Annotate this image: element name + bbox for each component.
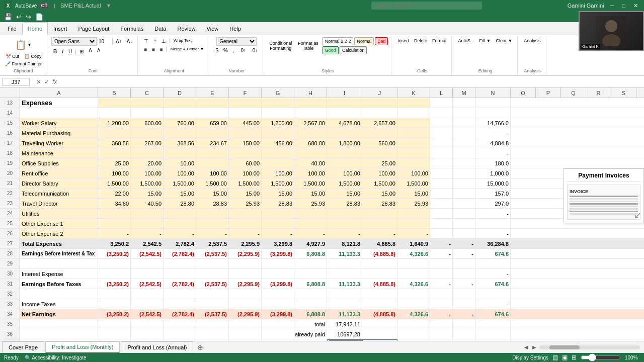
cell-25-K[interactable]	[397, 219, 430, 228]
cell-21-G[interactable]: 1,500.00	[262, 178, 294, 188]
col-header-R[interactable]: Q	[561, 88, 586, 98]
cell-34-A[interactable]: Net Earnings	[20, 309, 98, 319]
cell-29-G[interactable]	[262, 259, 294, 268]
col-header-H[interactable]: H	[294, 88, 327, 98]
format-as-table-button[interactable]: Format asTable	[296, 40, 320, 52]
cell-14-M[interactable]	[453, 108, 475, 118]
cell-19-L[interactable]	[430, 158, 453, 168]
cell-32-J[interactable]	[362, 289, 397, 299]
cell-31-H[interactable]: 6,808.8	[294, 279, 327, 289]
cell-31-J[interactable]: (4,885.8)	[362, 279, 397, 289]
cell-19-F[interactable]: 60.00	[229, 158, 262, 168]
cell-36-N[interactable]	[475, 329, 511, 339]
cell-30-L[interactable]	[430, 269, 453, 279]
cell-15-A[interactable]: Worker Salary	[20, 118, 98, 128]
cell-30-H[interactable]	[294, 269, 327, 279]
cell-32-C[interactable]	[131, 289, 164, 299]
cell-18-L[interactable]	[430, 148, 453, 158]
cell-27-K[interactable]: 1,640.9	[397, 239, 430, 248]
copy-button[interactable]: 📋 Copy	[22, 53, 44, 60]
cell-28-J[interactable]: (4,885.8)	[362, 249, 397, 258]
cell-22-A[interactable]: Telecommunication	[20, 189, 98, 198]
cell-33-H[interactable]	[294, 299, 327, 309]
cell-17-K[interactable]	[397, 138, 430, 148]
cell-24-D[interactable]	[164, 209, 196, 218]
new-button[interactable]: 📄	[34, 13, 44, 21]
cell-33-A[interactable]: Income Taxes	[20, 299, 98, 309]
number-format-select[interactable]: General	[216, 37, 257, 46]
cell-30-I[interactable]	[327, 269, 362, 279]
cell-20-M[interactable]	[453, 168, 475, 178]
tab-home[interactable]: Home	[22, 22, 48, 35]
cell-22-C[interactable]: 15.00	[131, 189, 164, 198]
col-header-M[interactable]: M	[453, 88, 475, 98]
cell-29-H[interactable]	[294, 259, 327, 268]
cell-33-K[interactable]	[397, 299, 430, 309]
cell-28-F[interactable]: (2,295.9)	[229, 249, 262, 258]
scrollbar-thumb[interactable]	[549, 345, 580, 349]
save-button[interactable]: 💾	[3, 13, 13, 21]
normal-style-button[interactable]: Normal 2 2 2	[323, 37, 354, 45]
cell-26-F[interactable]: -	[229, 229, 262, 238]
percent-button[interactable]: %	[221, 47, 230, 54]
cell-22-F[interactable]: 15.00	[229, 189, 262, 198]
formula-input[interactable]	[59, 78, 642, 85]
cell-28-K[interactable]: 4,326.6	[397, 249, 430, 258]
cell-23-C[interactable]: 40.50	[131, 199, 164, 208]
cell-36-H[interactable]: already paid	[294, 329, 327, 339]
close-icon[interactable]: ✕	[631, 3, 640, 9]
cell-26-I[interactable]: -	[327, 229, 362, 238]
cell-19-I[interactable]	[327, 158, 362, 168]
cell-26-A[interactable]: Other Expense 2	[20, 229, 98, 238]
analysis-button[interactable]: Analysis	[522, 37, 543, 44]
cell-13-N[interactable]	[475, 98, 511, 108]
cell-22-L[interactable]	[430, 189, 453, 198]
cell-21-K[interactable]: 1,500.00	[397, 178, 430, 188]
tab-file[interactable]: File	[2, 22, 22, 35]
cell-21-H[interactable]: 1,500.00	[294, 178, 327, 188]
cell-21-B[interactable]: 1,500.00	[98, 178, 131, 188]
fill-button[interactable]: Fill ▼	[477, 37, 493, 44]
cell-18-I[interactable]	[327, 148, 362, 158]
cell-28-E[interactable]: (2,537.5)	[196, 249, 229, 258]
cell-17-A[interactable]: Traveling Worker	[20, 138, 98, 148]
cell-35-M[interactable]	[453, 319, 475, 329]
cell-15-C[interactable]: 600.00	[131, 118, 164, 128]
wrap-text-button[interactable]: Wrap Text	[172, 37, 194, 45]
cell-33-M[interactable]	[453, 299, 475, 309]
col-header-A[interactable]: A	[20, 88, 98, 98]
col-header-L[interactable]: L	[430, 88, 453, 98]
cell-15-L[interactable]	[430, 118, 453, 128]
cell-32-D[interactable]	[164, 289, 196, 299]
cell-22-K[interactable]: 15.00	[397, 189, 430, 198]
cell-34-E[interactable]: (2,537.5)	[196, 309, 229, 319]
col-header-P[interactable]: P	[536, 88, 561, 98]
cell-30-B[interactable]	[98, 269, 131, 279]
cell-23-M[interactable]	[453, 199, 475, 208]
cell-27-J[interactable]: 4,885.8	[362, 239, 397, 248]
cell-25-G[interactable]	[262, 219, 294, 228]
col-header-N[interactable]: N	[475, 88, 511, 98]
cell-35-C[interactable]	[131, 319, 164, 329]
cell-23-L[interactable]	[430, 199, 453, 208]
cell-24-J[interactable]	[362, 209, 397, 218]
zoom-level[interactable]: 100%	[625, 355, 640, 360]
cell-36-J[interactable]	[362, 329, 397, 339]
cell-13-A[interactable]: Expenses	[20, 98, 98, 108]
cell-20-A[interactable]: Rent office	[20, 168, 98, 178]
cell-33-F[interactable]	[229, 299, 262, 309]
maximize-icon[interactable]: □	[620, 3, 627, 9]
cell-15-F[interactable]: 445.00	[229, 118, 262, 128]
cell-16-B[interactable]	[98, 128, 131, 138]
cell-22-M[interactable]	[453, 189, 475, 198]
cell-35-K[interactable]	[397, 319, 430, 329]
cell-32-F[interactable]	[229, 289, 262, 299]
cell-23-E[interactable]: 28.83	[196, 199, 229, 208]
cell-29-N[interactable]	[475, 259, 511, 268]
cell-19-A[interactable]: Office Supplies	[20, 158, 98, 168]
cell-35-H[interactable]: total	[294, 319, 327, 329]
cell-16-H[interactable]	[294, 128, 327, 138]
cell-25-D[interactable]	[164, 219, 196, 228]
cell-28-L[interactable]: -	[430, 249, 453, 258]
cell-32-L[interactable]	[430, 289, 453, 299]
